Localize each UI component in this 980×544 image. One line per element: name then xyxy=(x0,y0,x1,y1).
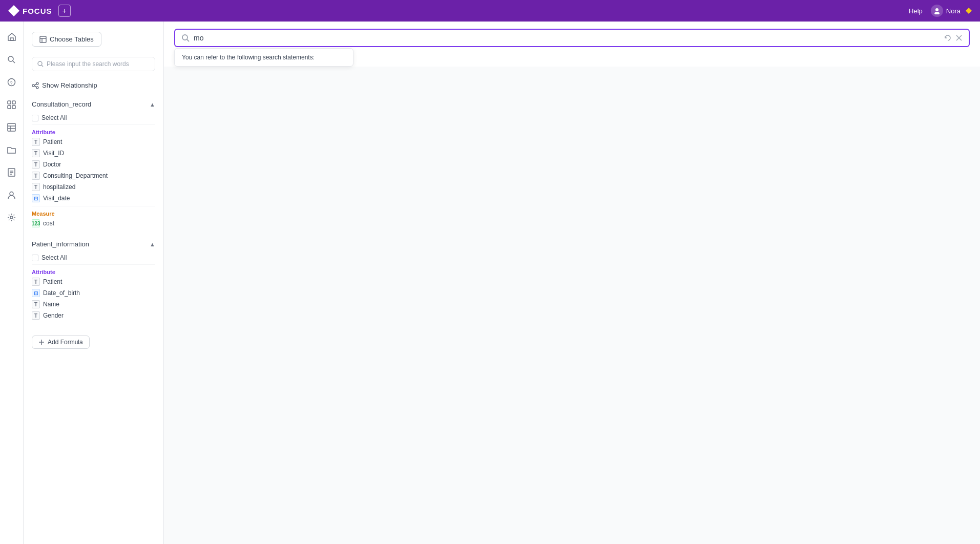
refresh-icon[interactable] xyxy=(944,34,951,41)
relationship-icon xyxy=(32,82,39,89)
select-all-consultation[interactable]: Select All xyxy=(32,113,155,122)
plus-icon xyxy=(38,339,45,345)
svg-point-27 xyxy=(36,82,38,85)
report-nav-icon[interactable] xyxy=(3,163,21,181)
main-content: You can refer to the following search st… xyxy=(164,22,980,544)
svg-line-34 xyxy=(187,39,189,41)
svg-line-29 xyxy=(34,84,36,86)
search-small-icon xyxy=(37,61,44,67)
svg-point-28 xyxy=(36,87,38,89)
select-all-checkbox-consultation[interactable] xyxy=(32,115,38,121)
field-date-of-birth[interactable]: ⊡ Date_of_birth xyxy=(32,287,155,299)
svg-rect-8 xyxy=(12,101,15,104)
chevron-up-icon-2: ▲ xyxy=(150,241,155,247)
attribute-label-patient-info: Attribute xyxy=(32,267,155,276)
table-name-patient-info: Patient_information xyxy=(32,240,89,248)
svg-rect-2 xyxy=(10,38,13,40)
app-name: FOCUS xyxy=(23,7,52,15)
chevron-up-icon: ▲ xyxy=(150,101,155,108)
icon-bar: ? xyxy=(0,22,24,544)
sidebar-search-area: Please input the search words xyxy=(24,53,163,77)
table-header-patient-info[interactable]: Patient_information ▲ xyxy=(24,237,163,251)
select-all-label-consultation: Select All xyxy=(41,114,67,121)
divider xyxy=(32,264,155,265)
help-link[interactable]: Help xyxy=(909,7,923,15)
search-main-icon xyxy=(181,34,190,42)
user-diamond-icon xyxy=(966,8,972,14)
select-all-patient-info[interactable]: Select All xyxy=(32,253,155,262)
add-formula-label: Add Formula xyxy=(48,339,83,346)
field-name: Consulting_Department xyxy=(43,172,108,179)
text-field-icon: T xyxy=(32,183,40,191)
logo-diamond-icon xyxy=(8,5,19,16)
select-all-checkbox-patient-info[interactable] xyxy=(32,255,38,261)
add-tab-button[interactable]: + xyxy=(58,5,71,17)
search-input-wrapper xyxy=(174,29,970,47)
svg-rect-7 xyxy=(8,101,11,104)
field-cost[interactable]: 123 cost xyxy=(32,218,155,229)
search-actions xyxy=(944,34,963,41)
choose-tables-label: Choose Tables xyxy=(50,35,94,43)
field-name: Date_of_birth xyxy=(43,289,80,297)
field-doctor[interactable]: T Doctor xyxy=(32,159,155,170)
show-relationship-button[interactable]: Show Relationship xyxy=(24,77,163,95)
field-patient-consultation[interactable]: T Patient xyxy=(32,136,155,148)
search-nav-icon[interactable] xyxy=(3,50,21,69)
svg-rect-10 xyxy=(12,106,15,109)
add-formula-button[interactable]: Add Formula xyxy=(32,336,90,349)
svg-point-1 xyxy=(934,12,940,14)
topbar: FOCUS + Help Nora xyxy=(0,0,980,22)
text-field-icon: T xyxy=(32,278,40,286)
divider xyxy=(32,206,155,206)
user-name: Nora xyxy=(946,7,961,15)
home-icon[interactable] xyxy=(3,28,21,46)
field-patient-info-patient[interactable]: T Patient xyxy=(32,276,155,287)
field-hospitalized[interactable]: T hospitalized xyxy=(32,181,155,193)
user-menu[interactable]: Nora xyxy=(931,5,972,17)
field-name: Visit_date xyxy=(43,195,70,202)
field-name-pi[interactable]: T Name xyxy=(32,299,155,310)
date-field-icon: ⊡ xyxy=(32,194,40,202)
table-body-patient-info: Select All Attribute T Patient ⊡ Date_of… xyxy=(24,251,163,325)
user-nav-icon[interactable] xyxy=(3,185,21,204)
svg-point-24 xyxy=(38,61,42,66)
sidebar-search-box[interactable]: Please input the search words xyxy=(32,57,155,71)
measure-label-consultation: Measure xyxy=(32,208,155,218)
field-gender[interactable]: T Gender xyxy=(32,310,155,321)
clear-icon[interactable] xyxy=(955,34,963,41)
text-field-icon: T xyxy=(32,300,40,308)
show-relationship-label: Show Relationship xyxy=(42,81,97,89)
table-icon xyxy=(39,36,47,43)
text-field-icon: T xyxy=(32,172,40,180)
field-visit-id[interactable]: T Visit_ID xyxy=(32,148,155,159)
svg-point-26 xyxy=(32,85,34,87)
folder-nav-icon[interactable] xyxy=(3,140,21,159)
text-field-icon: T xyxy=(32,138,40,146)
svg-point-3 xyxy=(8,56,13,61)
topbar-left: FOCUS + xyxy=(8,5,71,17)
svg-point-20 xyxy=(10,216,13,219)
svg-point-33 xyxy=(182,35,187,40)
user-avatar xyxy=(931,5,943,17)
help-icon[interactable]: ? xyxy=(3,73,21,91)
field-visit-date[interactable]: ⊡ Visit_date xyxy=(32,193,155,204)
text-field-icon: T xyxy=(32,311,40,320)
field-name: Patient xyxy=(43,278,62,285)
field-name: Name xyxy=(43,301,59,308)
number-field-icon: 123 xyxy=(32,219,40,227)
field-name: Gender xyxy=(43,312,64,319)
main-search-input[interactable] xyxy=(194,34,940,42)
choose-tables-button[interactable]: Choose Tables xyxy=(32,32,101,47)
field-name: cost xyxy=(43,220,54,227)
date-field-icon: ⊡ xyxy=(32,289,40,297)
dashboard-icon[interactable] xyxy=(3,95,21,114)
settings-nav-icon[interactable] xyxy=(3,208,21,226)
field-consulting-dept[interactable]: T Consulting_Department xyxy=(32,170,155,181)
field-name: hospitalized xyxy=(43,183,75,191)
table-nav-icon[interactable] xyxy=(3,118,21,136)
sidebar-header: Choose Tables xyxy=(24,22,163,53)
table-header-consultation[interactable]: Consultation_record ▲ xyxy=(24,97,163,111)
svg-point-0 xyxy=(935,8,939,11)
text-field-icon: T xyxy=(32,160,40,169)
suggestion-text: You can refer to the following search st… xyxy=(182,54,315,61)
